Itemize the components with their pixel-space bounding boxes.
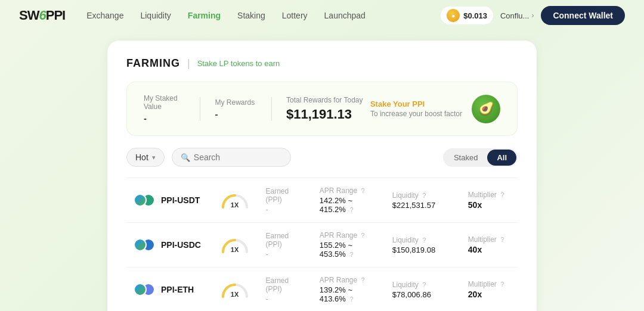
total-value: $11,191.13 — [286, 107, 370, 122]
liquidity-label: Liquidity ? — [392, 191, 454, 200]
apr-info-icon[interactable]: ? — [361, 187, 365, 194]
all-toggle[interactable]: All — [487, 150, 516, 166]
earned-value: - — [265, 250, 305, 259]
connect-wallet-button[interactable]: Connect Wallet — [541, 6, 625, 25]
multiplier-label: Multiplier ? — [468, 191, 510, 199]
network-badge[interactable]: Conflu... › — [500, 11, 534, 20]
apr-label: APR Range ? — [320, 186, 378, 195]
nav-staking[interactable]: Staking — [237, 11, 265, 20]
hot-filter[interactable]: Hot ▾ — [126, 148, 165, 167]
stat-divider-2 — [271, 97, 272, 121]
earned-label: Earned (PPI) — [265, 187, 305, 204]
nav-exchange[interactable]: Exchange — [86, 11, 123, 20]
apr-range-info-icon[interactable]: ? — [350, 296, 354, 303]
multiplier-value: 50x — [468, 200, 510, 210]
earned-label: Earned (PPI) — [265, 232, 305, 248]
farming-card: FARMING | Stake LP tokens to earn My Sta… — [107, 41, 537, 311]
chevron-icon: › — [531, 11, 534, 20]
earned-value: - — [265, 205, 305, 214]
price-badge: ● $0.013 — [441, 7, 493, 24]
stake-promo-desc: To increase your boost factor — [370, 110, 462, 118]
multiplier-info-icon[interactable]: ? — [500, 281, 504, 288]
liquidity-label: Liquidity ? — [392, 281, 454, 289]
table-row[interactable]: PPI-USDT 1X Earned (PPI) - APR Range ? 1… — [126, 178, 518, 223]
apr-label: APR Range ? — [320, 276, 378, 284]
staked-toggle[interactable]: Staked — [444, 150, 487, 166]
total-rewards-stat: Total Rewards for Today $11,191.13 — [286, 96, 370, 122]
multiplier-label: Multiplier ? — [468, 280, 510, 288]
apr-range: 139.2% ~ 413.6% ? — [320, 285, 378, 303]
liquidity-info-icon[interactable]: ? — [422, 237, 426, 244]
stake-promo: Stake Your PPI To increase your boost fa… — [370, 99, 462, 118]
badge-1x: 1X — [231, 246, 239, 253]
pair-name: PPI-ETH — [161, 285, 194, 294]
token-price: $0.013 — [463, 11, 487, 20]
header-right: ● $0.013 Conflu... › Connect Wallet — [441, 6, 625, 25]
staked-label: My Staked Value — [144, 94, 185, 111]
nav-liquidity[interactable]: Liquidity — [140, 11, 171, 20]
staked-value: - — [144, 113, 185, 123]
pair-name: PPI-USDC — [161, 240, 201, 250]
main-content: FARMING | Stake LP tokens to earn My Sta… — [0, 31, 644, 311]
search-icon: 🔍 — [181, 153, 190, 162]
stake-promo-link[interactable]: Stake Your PPI — [370, 99, 425, 108]
stat-divider-1 — [200, 97, 200, 121]
multiplier-info-icon[interactable]: ? — [500, 191, 504, 198]
rewards-value: - — [215, 109, 256, 119]
table-row[interactable]: PPI-USDC 1X Earned (PPI) - APR Range ? 1… — [126, 223, 518, 268]
liquidity-info-icon[interactable]: ? — [422, 281, 426, 288]
rewards-label: My Rewards — [215, 98, 256, 107]
multiplier-label: Multiplier ? — [468, 235, 510, 244]
apr-range: 155.2% ~ 453.5% ? — [320, 241, 378, 259]
staked-value-stat: My Staked Value - — [144, 94, 185, 123]
multiplier-badge: 1X — [219, 237, 250, 253]
farming-divider: | — [187, 57, 190, 70]
stats-row: My Staked Value - My Rewards - Total Rew… — [126, 82, 518, 136]
multiplier-value: 20x — [468, 290, 510, 299]
logo: SW6PPI — [19, 8, 65, 23]
nav: Exchange Liquidity Farming Staking Lotte… — [86, 11, 441, 20]
apr-info-icon[interactable]: ? — [361, 232, 365, 239]
badge-1x: 1X — [231, 201, 239, 209]
filter-row: Hot ▾ 🔍 Staked All — [126, 148, 518, 167]
earned-label: Earned (PPI) — [265, 276, 305, 293]
rewards-stat: My Rewards - — [215, 98, 256, 119]
toggle-group: Staked All — [443, 148, 518, 167]
token-icon: ● — [447, 9, 460, 22]
nav-lottery[interactable]: Lottery — [282, 11, 308, 20]
badge-1x: 1X — [231, 291, 239, 298]
nav-farming[interactable]: Farming — [188, 11, 221, 20]
search-input[interactable] — [194, 153, 282, 162]
nav-launchpad[interactable]: Launchpad — [324, 11, 366, 20]
multiplier-badge: 1X — [219, 192, 250, 209]
multiplier-badge: 1X — [219, 281, 250, 298]
liquidity-value: $221,531.57 — [392, 201, 454, 210]
liquidity-value: $78,006.86 — [392, 290, 454, 299]
table-row[interactable]: PPI-ETH 1X Earned (PPI) - APR Range ? 13… — [126, 268, 518, 312]
avocado-icon: 🥑 — [472, 95, 500, 123]
caret-icon: ▾ — [152, 154, 156, 161]
multiplier-info-icon[interactable]: ? — [500, 236, 504, 243]
apr-label: APR Range ? — [320, 231, 378, 240]
total-label: Total Rewards for Today — [286, 96, 370, 104]
apr-info-icon[interactable]: ? — [361, 276, 365, 284]
liquidity-label: Liquidity ? — [392, 236, 454, 244]
earned-value: - — [265, 294, 305, 303]
apr-range-info-icon[interactable]: ? — [350, 206, 354, 213]
liquidity-info-icon[interactable]: ? — [422, 192, 426, 199]
farming-title: FARMING — [126, 57, 180, 70]
farming-subtitle: Stake LP tokens to earn — [197, 59, 280, 68]
header: SW6PPI Exchange Liquidity Farming Stakin… — [0, 0, 644, 31]
pair-name: PPI-USDT — [161, 195, 200, 205]
network-label: Conflu... — [500, 11, 529, 20]
liquidity-value: $150,819.08 — [392, 245, 454, 254]
farming-header: FARMING | Stake LP tokens to earn — [126, 57, 518, 70]
apr-range: 142.2% ~ 415.2% ? — [320, 196, 378, 214]
hot-label: Hot — [135, 153, 148, 162]
apr-range-info-icon[interactable]: ? — [350, 251, 354, 258]
farm-table: PPI-USDT 1X Earned (PPI) - APR Range ? 1… — [126, 178, 518, 311]
search-box: 🔍 — [172, 148, 291, 167]
multiplier-value: 40x — [468, 245, 510, 254]
